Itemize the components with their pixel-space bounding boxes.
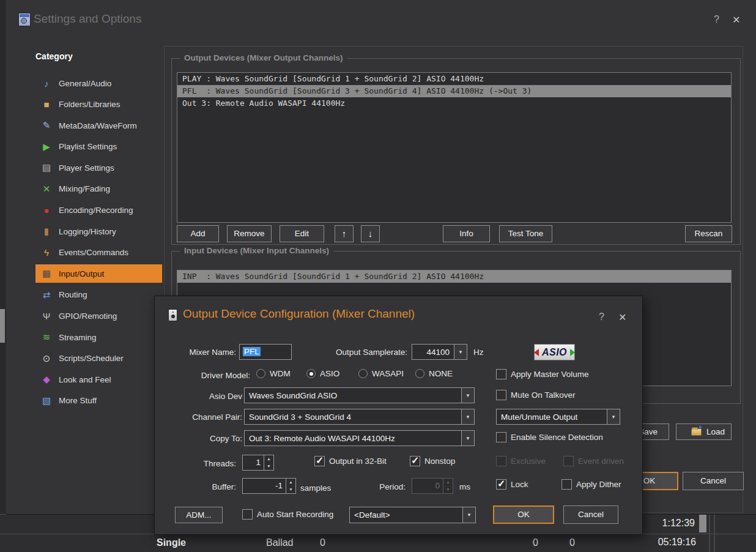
dialog-help-button[interactable]: ? — [599, 311, 604, 323]
radio-circle — [358, 369, 368, 378]
mixer-name-input[interactable]: PFL — [239, 344, 292, 360]
talkover-action-combo[interactable]: Mute/Unmute Output ▼ — [496, 409, 620, 425]
rescan-button[interactable]: Rescan — [685, 225, 732, 242]
settings-window-icon — [18, 13, 31, 26]
asio-right-arrow-icon — [570, 349, 575, 356]
sidebar-item-encoding-recording[interactable]: ●Encoding/Recording — [35, 201, 162, 220]
asio-device-combo[interactable]: Waves SoundGrid ASIO ▼ — [244, 387, 475, 403]
sidebar-item-label: Logging/History — [59, 227, 116, 236]
lightning-icon: ϟ — [40, 247, 53, 258]
copy-to-value: Out 3: Remote Audio WASAPI 44100Hz — [245, 434, 461, 443]
sidebar-item-input-output[interactable]: ▦Input/Output — [35, 264, 162, 283]
edit-button[interactable]: Edit — [280, 225, 324, 242]
channel-pair-label: Channel Pair: — [171, 412, 242, 422]
sidebar-item-label: Playlist Settings — [59, 142, 117, 151]
apply-master-volume-checkbox[interactable]: Apply Master Volume — [496, 369, 589, 379]
output-device-row-selected[interactable]: PFL : Waves SoundGrid [SoundGrid 3 + Sou… — [177, 85, 731, 97]
category-header: Category — [35, 51, 73, 61]
output-32bit-checkbox[interactable]: Output in 32-Bit — [314, 456, 387, 466]
music-note-icon: ♪ — [40, 78, 53, 89]
nonstop-checkbox[interactable]: Nonstop — [410, 456, 455, 466]
spinner-arrows[interactable]: ▲▼ — [264, 455, 273, 470]
samplerate-value: 44100 — [412, 348, 454, 357]
mute-on-talkover-checkbox[interactable]: Mute On Talkover — [496, 390, 576, 400]
playlist-column-divider — [714, 515, 715, 552]
sidebar-item-routing[interactable]: ⇄Routing — [35, 286, 162, 304]
load-button[interactable]: Load — [676, 423, 732, 440]
sidebar-item-label: Folders/Libraries — [59, 100, 120, 109]
checkbox-box — [496, 479, 506, 490]
sidebar-item-streaming[interactable]: ≋Streaming — [35, 328, 162, 346]
chevron-down-icon[interactable]: ▼ — [461, 388, 474, 403]
sidebar-item-mixing-fading[interactable]: ✕Mixing/Fading — [35, 180, 162, 198]
sidebar-item-player-settings[interactable]: ▤Player Settings — [35, 159, 162, 177]
chevron-down-icon[interactable]: ▼ — [461, 431, 474, 446]
asio-device-label: Asio Dev — [183, 392, 242, 401]
threads-spinner[interactable]: 1 ▲▼ — [242, 455, 274, 471]
buffer-spinner[interactable]: -1 ▲▼ — [242, 478, 296, 494]
lock-checkbox[interactable]: Lock — [496, 479, 528, 490]
buffer-value: -1 — [243, 479, 286, 493]
chevron-down-icon[interactable]: ▼ — [462, 507, 475, 523]
sidebar-item-metadata-waveform[interactable]: ✎MetaData/WaveForm — [35, 116, 162, 135]
spin-down-icon: ▼ — [264, 463, 273, 470]
channel-pair-combo[interactable]: SoundGrid 3 + SoundGrid 4 ▼ — [244, 409, 475, 425]
sidebar-item-more-stuff[interactable]: ▧More Stuff — [35, 392, 162, 410]
sidebar-item-label: Streaming — [59, 333, 97, 342]
driver-model-label: Driver Model: — [179, 371, 250, 380]
dialog-ok-button[interactable]: OK — [493, 505, 554, 524]
event-driven-checkbox: Event driven — [563, 456, 624, 466]
dialog-close-icon[interactable]: ✕ — [618, 311, 626, 323]
help-button[interactable]: ? — [714, 14, 719, 25]
sidebar-item-playlist-settings[interactable]: ▶Playlist Settings — [35, 138, 162, 156]
radio-wdm[interactable]: WDM — [256, 369, 291, 378]
mixing-fading-icon: ✕ — [40, 184, 53, 195]
close-icon[interactable]: ✕ — [732, 14, 740, 26]
move-up-icon[interactable]: ↑ — [335, 225, 354, 242]
move-down-icon[interactable]: ↓ — [361, 225, 380, 242]
radio-asio[interactable]: ASIO — [306, 369, 339, 378]
apply-dither-checkbox[interactable]: Apply Dither — [561, 479, 621, 490]
ms-unit-label: ms — [459, 482, 478, 491]
default-combo-value: <Default> — [350, 510, 462, 520]
remove-button[interactable]: Remove — [227, 225, 272, 242]
open-folder-icon — [691, 428, 702, 436]
input-device-row-selected[interactable]: INP : Waves SoundGrid [SoundGrid 1 + Sou… — [177, 270, 731, 283]
output-device-row[interactable]: Out 3: Remote Audio WASAPI 44100Hz — [177, 97, 731, 110]
default-combo[interactable]: <Default> ▼ — [349, 507, 476, 523]
enable-silence-detection-checkbox[interactable]: Enable Silence Detection — [496, 432, 603, 442]
checkbox-box — [242, 509, 253, 520]
playlist-column-divider — [709, 515, 710, 552]
period-value: 0 — [412, 479, 443, 493]
auto-start-recording-checkbox[interactable]: Auto Start Recording — [242, 509, 333, 520]
sidebar-item-general-audio[interactable]: ♪General/Audio — [35, 74, 162, 92]
chevron-down-icon[interactable]: ▼ — [454, 345, 467, 359]
spinner-arrows[interactable]: ▲▼ — [286, 479, 295, 493]
add-button[interactable]: Add — [177, 225, 219, 242]
copy-to-combo[interactable]: Out 3: Remote Audio WASAPI 44100Hz ▼ — [244, 430, 475, 446]
info-button[interactable]: Info — [443, 225, 490, 242]
scrollbar-thumb[interactable] — [699, 515, 706, 532]
test-tone-button[interactable]: Test Tone — [499, 225, 552, 242]
sidebar-item-folders-libraries[interactable]: ■Folders/Libraries — [35, 95, 162, 114]
sidebar-item-look-and-feel[interactable]: ◆Look and Feel — [35, 370, 162, 389]
adm-button[interactable]: ADM... — [175, 507, 223, 523]
settings-cancel-button[interactable]: Cancel — [683, 472, 744, 490]
output-devices-list[interactable]: PLAY : Waves SoundGrid [SoundGrid 1 + So… — [177, 72, 732, 223]
radio-none[interactable]: NONE — [415, 369, 453, 378]
output-device-row[interactable]: PLAY : Waves SoundGrid [SoundGrid 1 + So… — [177, 73, 731, 85]
radio-wasapi[interactable]: WASAPI — [358, 369, 404, 378]
sidebar-item-label: Encoding/Recording — [59, 206, 133, 215]
sidebar-item-label: Routing — [59, 290, 87, 299]
sidebar-item-logging-history[interactable]: ▮Logging/History — [35, 222, 162, 241]
chevron-down-icon[interactable]: ▼ — [461, 409, 474, 424]
playlist-cell-category: Ballad — [266, 537, 293, 548]
sidebar-item-label: Scripts/Scheduler — [59, 354, 124, 363]
sidebar-item-events-commands[interactable]: ϟEvents/Commands — [35, 244, 162, 262]
chevron-down-icon[interactable]: ▼ — [607, 409, 620, 424]
dialog-cancel-button[interactable]: Cancel — [563, 505, 618, 524]
sidebar-item-scripts-scheduler[interactable]: ⊙Scripts/Scheduler — [35, 349, 162, 368]
samplerate-combo[interactable]: 44100 ▼ — [412, 344, 467, 360]
spin-up-icon: ▲ — [264, 455, 273, 463]
sidebar-item-gpio-remoting[interactable]: ΨGPIO/Remoting — [35, 307, 162, 326]
